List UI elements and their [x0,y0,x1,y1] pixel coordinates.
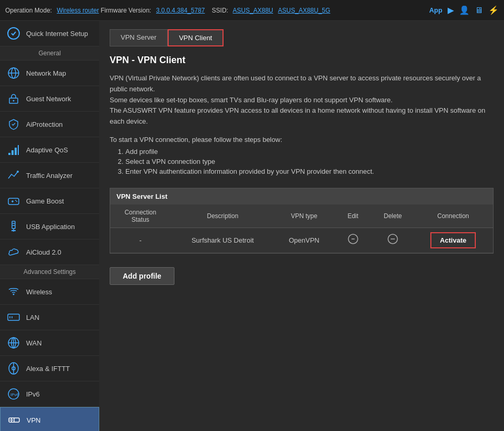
col-description: Description [171,205,275,228]
game-boost-label: Game Boost [26,197,64,205]
svg-rect-8 [15,148,17,155]
monitor-icon[interactable]: 🖥 [475,6,483,15]
add-profile-container: Add profile [110,262,494,290]
svg-point-34 [12,420,13,421]
description-line1: VPN (Virtual Private Network) clients ar… [110,73,494,95]
sidebar-item-alexa[interactable]: Alexa & IFTTT [0,356,99,381]
svg-point-15 [16,201,17,202]
sidebar: Quick Internet Setup General Network Map [0,21,99,431]
sidebar-item-wireless[interactable]: Wireless [0,279,99,305]
svg-point-10 [17,171,19,173]
sidebar-item-quick-setup[interactable]: Quick Internet Setup [0,21,99,46]
top-bar-info: Operation Mode: Wireless router Firmware… [5,7,429,14]
col-delete: Delete [372,205,413,228]
svg-rect-7 [11,150,14,155]
app-label: App [429,6,442,14]
svg-point-33 [10,420,11,421]
col-edit: Edit [334,205,372,228]
col-vpn-type: VPN type [275,205,334,228]
operation-mode-label: Operation Mode: [5,7,52,14]
sidebar-item-traffic-analyzer[interactable]: Traffic Analyzer [0,163,99,188]
row-connection[interactable]: Activate [413,228,493,253]
general-section-label: General [0,46,99,61]
table-row: - Surfshark US Detroit OpenVPN [110,228,493,253]
description: VPN (Virtual Private Network) clients ar… [110,73,494,127]
sidebar-item-aiprotection[interactable]: AiProtection [0,112,99,137]
usb-application-icon [6,219,21,234]
ipv6-icon: IPv6 [6,387,21,401]
sidebar-item-aicloud[interactable]: AiCloud 2.0 [0,240,99,265]
sidebar-item-adaptive-qos[interactable]: Adaptive QoS [0,137,99,163]
sidebar-item-wan[interactable]: WAN [0,330,99,356]
alexa-icon [6,361,21,376]
ssid-label: SSID: [212,7,228,14]
tab-vpn-client[interactable]: VPN Client [168,29,224,46]
svg-text:IPv6: IPv6 [10,392,19,397]
tab-vpn-server[interactable]: VPN Server [110,29,168,46]
svg-point-0 [8,28,19,39]
aiprotection-label: AiProtection [26,121,63,128]
firmware-value[interactable]: 3.0.0.4.384_5787 [156,7,205,14]
wireless-icon [6,284,21,299]
vpn-server-table: ConnectionStatus Description VPN type Ed… [110,205,493,253]
svg-point-5 [13,100,15,102]
top-bar: Operation Mode: Wireless router Firmware… [0,0,504,21]
usb-icon[interactable]: ⚡ [488,5,499,15]
main-layout: Quick Internet Setup General Network Map [0,21,504,431]
traffic-analyzer-icon [6,168,21,183]
network-map-label: Network Map [26,69,66,77]
step-2: Select a VPN connection type [125,158,494,165]
sidebar-item-lan[interactable]: LAN [0,305,99,330]
operation-mode-value[interactable]: Wireless router [57,7,99,14]
svg-rect-9 [18,145,19,155]
play-icon[interactable]: ▶ [448,5,454,15]
sidebar-item-vpn[interactable]: VPN [0,407,99,431]
step-3: Enter VPN authentication information pro… [125,167,494,175]
lan-label: LAN [26,314,39,321]
vpn-label: VPN [27,416,41,424]
game-boost-icon [6,194,21,208]
sidebar-item-game-boost[interactable]: Game Boost [0,188,99,214]
ssid-value2[interactable]: ASUS_AX88U_5G [278,7,330,14]
row-status: - [110,228,171,253]
row-delete[interactable] [372,228,413,253]
add-profile-button[interactable]: Add profile [110,267,174,285]
delete-button[interactable] [384,233,401,248]
sidebar-item-usb-application[interactable]: USB Application [0,214,99,240]
svg-point-14 [15,200,16,201]
traffic-analyzer-label: Traffic Analyzer [26,172,73,179]
activate-button[interactable]: Activate [430,232,476,248]
ipv6-label: IPv6 [26,390,40,398]
firmware-label: Firmware Version: [101,7,151,14]
row-description: Surfshark US Detroit [171,228,275,253]
steps-list: Add profile Select a VPN connection type… [125,148,494,177]
description-line3: The ASUSWRT VPN feature provides VPN acc… [110,105,494,127]
col-connection-status: ConnectionStatus [110,205,171,228]
aicloud-icon [6,245,21,259]
edit-button[interactable] [345,233,361,248]
sidebar-item-ipv6[interactable]: IPv6 IPv6 [0,381,99,407]
aicloud-label: AiCloud 2.0 [26,248,61,256]
col-connection: Connection [413,205,493,228]
svg-rect-6 [8,153,10,155]
network-map-icon [6,66,21,80]
advanced-settings-label: Advanced Settings [0,265,99,279]
wan-label: WAN [26,339,42,347]
vpn-table-header: VPN Server List [110,188,493,205]
ssid-value1[interactable]: ASUS_AX88U [233,7,273,14]
wireless-label: Wireless [26,288,52,296]
content-area: VPN Server VPN Client VPN - VPN Client V… [99,21,504,431]
row-edit[interactable] [334,228,372,253]
aiprotection-icon [6,117,21,131]
sidebar-item-guest-network[interactable]: Guest Network [0,86,99,112]
lan-icon [6,310,21,325]
sidebar-item-network-map[interactable]: Network Map [0,61,99,86]
adaptive-qos-icon [6,142,21,157]
user-icon[interactable]: 👤 [459,5,470,15]
alexa-label: Alexa & IFTTT [26,365,70,373]
row-vpn-type: OpenVPN [275,228,334,253]
guest-network-icon [6,91,21,106]
top-bar-icons: App ▶ 👤 🖥 ⚡ [429,5,499,15]
description-line2: Some devices like set-top boxes, smart T… [110,95,494,106]
vpn-icon [7,413,21,427]
